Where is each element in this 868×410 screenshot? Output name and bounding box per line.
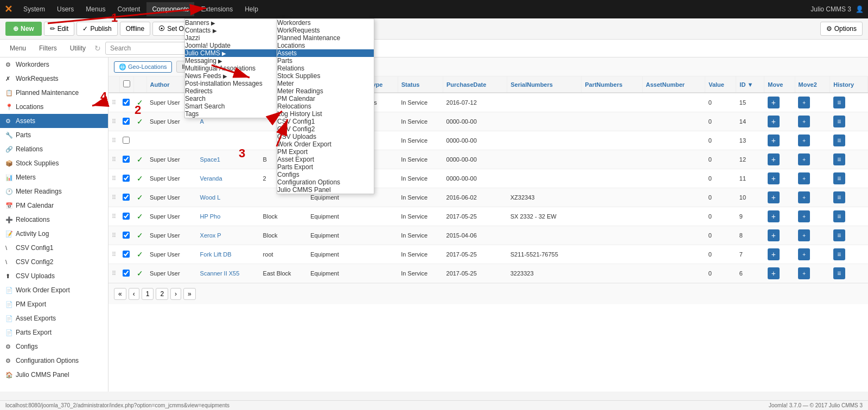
row-checkbox[interactable] — [123, 213, 130, 220]
history-button[interactable]: ≡ — [833, 210, 845, 222]
asset-name-link[interactable]: Space1 — [200, 156, 220, 163]
move2-button[interactable]: + — [798, 116, 810, 127]
submenu-stock-supplies[interactable]: Stock Supplies — [277, 72, 374, 80]
sidebar-item-stock-supplies[interactable]: 📦 Stock Supplies — [0, 156, 108, 170]
user-icon[interactable]: 👤 — [856, 5, 864, 13]
page-1-button[interactable]: 1 — [142, 288, 154, 300]
sidebar-item-parts-export[interactable]: 📄 Parts Export — [0, 325, 108, 339]
row-checkbox[interactable] — [123, 175, 130, 182]
move2-button[interactable]: + — [798, 229, 810, 241]
sidebar-item-assets[interactable]: ⚙ Assets — [0, 114, 108, 128]
sidebar-item-locations[interactable]: 📍 Locations — [0, 100, 108, 114]
col-move[interactable]: Move — [764, 76, 795, 93]
sidebar-item-csv-uploads[interactable]: ⬆ CSV Uploads — [0, 269, 108, 283]
move-plus-button[interactable]: + — [768, 267, 780, 279]
history-button[interactable]: ≡ — [833, 116, 845, 127]
submenu-planned-maintenance[interactable]: Planned Maintenance — [277, 34, 374, 42]
col-value[interactable]: Value — [705, 76, 736, 93]
submenu-relocations[interactable]: Relocations — [277, 102, 374, 110]
submenu-pm-export[interactable]: PM Export — [277, 148, 374, 156]
menu-multilingual-associations[interactable]: Multilingual Associations — [185, 65, 287, 72]
drag-handle-icon[interactable]: ⠿ — [112, 251, 116, 258]
select-all-checkbox[interactable] — [123, 80, 130, 87]
history-button[interactable]: ≡ — [833, 267, 845, 279]
submenu-meter-readings[interactable]: Meter Readings — [277, 87, 374, 95]
drag-handle-icon[interactable]: ⠿ — [112, 270, 116, 277]
sidebar-item-configuration-options[interactable]: ⚙ Configuration Options — [0, 354, 108, 368]
history-button[interactable]: ≡ — [833, 153, 845, 165]
row-checkbox[interactable] — [123, 232, 130, 239]
menu-search[interactable]: Search — [185, 95, 287, 102]
utility-tab[interactable]: Utility — [66, 42, 90, 54]
menu-jazzi[interactable]: Jazzi — [185, 34, 287, 42]
submenu-csv-config2[interactable]: CSV Config2 — [277, 125, 374, 133]
menu-tab[interactable]: Menu — [5, 42, 30, 54]
sidebar-item-workorders[interactable]: ⚙ Workorders — [0, 57, 108, 72]
page-last-button[interactable]: » — [183, 288, 196, 300]
submenu-work-order-export[interactable]: Work Order Export — [277, 140, 374, 148]
offline-button[interactable]: Offline — [120, 22, 150, 36]
menu-smart-search[interactable]: Smart Search — [185, 102, 287, 110]
asset-name-link[interactable]: Fork Lift DB — [200, 251, 232, 258]
menu-joomla-update[interactable]: Joomla! Update — [185, 42, 287, 49]
nav-system[interactable]: System — [18, 2, 50, 16]
search-input[interactable] — [105, 42, 192, 55]
col-id[interactable]: ID ▼ — [736, 76, 764, 93]
sidebar-item-julio-cmms-panel[interactable]: 🏠 Julio CMMS Panel — [0, 368, 108, 382]
move-plus-button[interactable]: + — [768, 97, 780, 108]
edit-button[interactable]: ✏ Edit — [44, 22, 75, 36]
move-plus-button[interactable]: + — [768, 191, 780, 203]
drag-handle-icon[interactable]: ⠿ — [112, 194, 116, 201]
history-button[interactable]: ≡ — [833, 191, 845, 203]
move2-button[interactable]: + — [798, 153, 810, 165]
move2-button[interactable]: + — [798, 172, 810, 184]
page-next-button[interactable]: › — [170, 288, 181, 300]
row-checkbox[interactable] — [123, 118, 130, 125]
drag-handle-icon[interactable]: ⠿ — [112, 213, 116, 220]
move-plus-button[interactable]: + — [768, 116, 780, 127]
col-move2[interactable]: Move2 — [795, 76, 830, 93]
row-checkbox[interactable] — [123, 156, 130, 163]
status-check-icon[interactable]: ✓ — [137, 269, 143, 278]
sidebar-item-relations[interactable]: 🔗 Relations — [0, 142, 108, 156]
sidebar-item-activity-log[interactable]: 📝 Activity Log — [0, 227, 108, 241]
drag-handle-icon[interactable]: ⠿ — [112, 99, 116, 106]
drag-handle-icon[interactable]: ⠿ — [112, 232, 116, 239]
move-plus-button[interactable]: + — [768, 210, 780, 222]
asset-name-link[interactable]: Scanner II X55 — [200, 270, 240, 277]
asset-name-link[interactable]: Xerox P — [200, 232, 221, 239]
publish-button[interactable]: ✓ Publish — [76, 22, 117, 36]
nav-extensions[interactable]: Extensions — [195, 2, 238, 16]
sidebar-item-pm-calendar[interactable]: 📅 PM Calendar — [0, 198, 108, 213]
history-button[interactable]: ≡ — [833, 134, 845, 146]
menu-post-installation[interactable]: Post-installation Messages — [185, 80, 287, 87]
move-plus-button[interactable]: + — [768, 248, 780, 260]
history-button[interactable]: ≡ — [833, 248, 845, 260]
menu-news-feeds[interactable]: News Feeds ▶ — [185, 72, 287, 80]
sidebar-item-pm-export[interactable]: 📄 PM Export — [0, 297, 108, 311]
menu-messaging[interactable]: Messaging ▶ — [185, 57, 287, 65]
sidebar-item-csv-config1[interactable]: \ CSV Config1 — [0, 241, 108, 255]
nav-components[interactable]: Components — [146, 2, 194, 16]
sidebar-item-configs[interactable]: ⚙ Configs — [0, 339, 108, 354]
submenu-pm-calendar[interactable]: PM Calendar — [277, 95, 374, 102]
status-check-icon[interactable]: ✓ — [137, 117, 143, 126]
page-first-button[interactable]: « — [114, 288, 126, 300]
col-history[interactable]: History — [830, 76, 868, 93]
move-plus-button[interactable]: + — [768, 172, 780, 184]
submenu-meter[interactable]: Meter — [277, 80, 374, 87]
refresh-icon[interactable]: ↻ — [94, 44, 101, 53]
col-asset-number[interactable]: AssetNumber — [642, 76, 705, 93]
submenu-asset-export[interactable]: Asset Export — [277, 156, 374, 163]
submenu-assets[interactable]: Assets — [277, 49, 374, 57]
menu-tags[interactable]: Tags — [185, 110, 287, 118]
history-button[interactable]: ≡ — [833, 172, 845, 184]
history-button[interactable]: ≡ — [833, 97, 845, 108]
row-checkbox[interactable] — [123, 99, 130, 106]
sidebar-item-planned-maintenance[interactable]: 📋 Planned Maintenance — [0, 86, 108, 100]
move-plus-button[interactable]: + — [768, 134, 780, 146]
sidebar-item-asset-exports[interactable]: 📄 Asset Exports — [0, 311, 108, 325]
menu-contacts[interactable]: Contacts ▶ — [185, 27, 287, 34]
geo-locations-button[interactable]: 🌐 Geo-Locations — [114, 61, 172, 73]
nav-help[interactable]: Help — [239, 2, 264, 16]
